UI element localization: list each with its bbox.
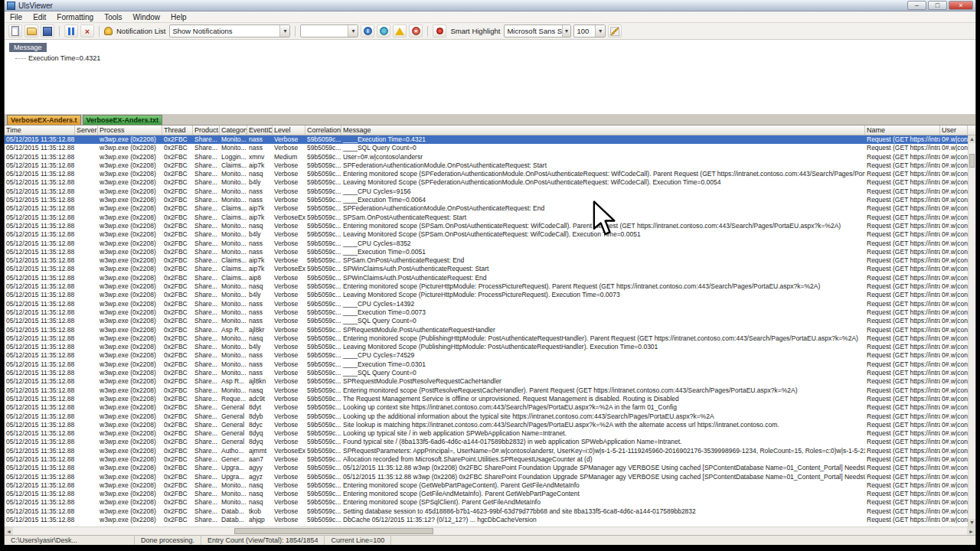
table-row[interactable]: 05/12/2015 11:35:12.88 w3wp.exe (0x2208)… [5, 308, 975, 317]
info-filter-button[interactable]: i [361, 24, 374, 37]
vertical-scroll-thumb[interactable] [969, 154, 975, 168]
table-row[interactable]: 05/12/2015 11:35:12.88 w3wp.exe (0x2208)… [5, 291, 975, 299]
table-row[interactable]: 05/12/2015 11:35:12.88 w3wp.exe (0x2208)… [5, 403, 975, 412]
table-row[interactable]: 05/12/2015 11:35:12.88 w3wp.exe (0x2208)… [5, 187, 975, 196]
horizontal-scroll-thumb[interactable] [234, 528, 433, 534]
table-row[interactable]: 05/12/2015 11:35:12.88 w3wp.exe (0x2208)… [5, 343, 975, 351]
menu-edit[interactable]: Edit [28, 11, 51, 23]
column-header-thread[interactable]: Thread [162, 126, 193, 135]
notification-bell-icon [104, 27, 113, 35]
table-row[interactable]: 05/12/2015 11:35:12.88 w3wp.exe (0x2208)… [5, 222, 975, 230]
table-row[interactable]: 05/12/2015 11:35:12.88 w3wp.exe (0x2208)… [5, 196, 975, 204]
table-row[interactable]: 05/12/2015 11:35:12.88 w3wp.exe (0x2208)… [5, 369, 975, 377]
error-filter-button[interactable]: × [409, 24, 423, 37]
scroll-right-arrow[interactable]: ► [967, 527, 975, 535]
clear-button[interactable]: × [80, 24, 94, 37]
table-row[interactable]: 05/12/2015 11:35:12.88 w3wp.exe (0x2208)… [5, 178, 975, 187]
table-row[interactable]: 05/12/2015 11:35:12.88 w3wp.exe (0x2208)… [5, 317, 975, 325]
scroll-up-arrow[interactable]: ▲ [969, 135, 975, 143]
table-row[interactable]: 05/12/2015 11:35:12.88 w3wp.exe (0x2208)… [5, 464, 975, 472]
table-row[interactable]: 05/12/2015 11:35:12.88 w3wp.exe (0x2208)… [5, 282, 975, 291]
menu-file[interactable]: File [5, 11, 28, 23]
table-row[interactable]: 05/12/2015 11:35:12.88 w3wp.exe (0x2208)… [5, 438, 975, 446]
table-row[interactable]: 05/12/2015 11:35:12.88 w3wp.exe (0x2208)… [5, 516, 975, 524]
menu-formatting[interactable]: Formatting [51, 11, 99, 23]
show-notifications-dropdown[interactable]: Show Notifications ▾ [169, 24, 290, 37]
table-row[interactable]: 05/12/2015 11:35:12.88 w3wp.exe (0x2208)… [5, 248, 975, 256]
font-dropdown[interactable]: Microsoft Sans Ser ▾ [504, 24, 571, 37]
table-row[interactable]: 05/12/2015 11:35:12.88 w3wp.exe (0x2208)… [5, 507, 975, 516]
table-row[interactable]: 05/12/2015 11:35:12.88 w3wp.exe (0x2208)… [5, 481, 975, 490]
table-row[interactable]: 05/12/2015 11:35:12.88 w3wp.exe (0x2208)… [5, 230, 975, 239]
table-row[interactable]: 05/12/2015 11:35:12.88 w3wp.exe (0x2208)… [5, 153, 975, 161]
table-row[interactable]: 05/12/2015 11:35:12.88 w3wp.exe (0x2208)… [5, 240, 975, 248]
column-header-category[interactable]: Category [220, 126, 247, 135]
table-row[interactable]: 05/12/2015 11:35:12.88 w3wp.exe (0x2208)… [5, 455, 975, 464]
file-tab-verboseex-anders-2[interactable]: VerboseEX-Anders.txt [83, 115, 163, 125]
file-tab-strip: VerboseEX-Anders.t VerboseEX-Anders.txt [5, 115, 975, 126]
scroll-down-arrow[interactable]: ▼ [969, 519, 975, 527]
table-row[interactable]: 05/12/2015 11:35:12.88 w3wp.exe (0x2208)… [5, 360, 975, 369]
column-header-eventid[interactable]: EventID [247, 126, 273, 135]
table-row[interactable]: 05/12/2015 11:35:12.88 w3wp.exe (0x2208)… [5, 498, 975, 507]
column-header-name[interactable]: Name [865, 126, 940, 135]
table-row[interactable]: 05/12/2015 11:35:12.88 w3wp.exe (0x2208)… [5, 429, 975, 438]
table-row[interactable]: 05/12/2015 11:35:12.88 w3wp.exe (0x2208)… [5, 256, 975, 265]
notification-list-label[interactable]: Notification List [115, 27, 167, 35]
table-row[interactable]: 05/12/2015 11:35:12.88 w3wp.exe (0x2208)… [5, 274, 975, 282]
column-header-time[interactable]: Time [5, 126, 75, 135]
table-row[interactable]: 05/12/2015 11:35:12.88 w3wp.exe (0x2208)… [5, 447, 975, 455]
detail-tree-root[interactable]: Message [9, 43, 47, 52]
filter-dropdown[interactable]: ▾ [300, 24, 358, 37]
cell-name: Request (GET https://intra... [865, 153, 940, 161]
table-row[interactable]: 05/12/2015 11:35:12.88 w3wp.exe (0x2208)… [5, 334, 975, 343]
table-row[interactable]: 05/12/2015 11:35:12.88 w3wp.exe (0x2208)… [5, 170, 975, 178]
table-row[interactable]: 05/12/2015 11:35:12.88 w3wp.exe (0x2208)… [5, 144, 975, 152]
column-header-server[interactable]: Server [75, 126, 98, 135]
table-row[interactable]: 05/12/2015 11:35:12.88 w3wp.exe (0x2208)… [5, 395, 975, 403]
minimize-button[interactable]: – [907, 1, 926, 10]
table-row[interactable]: 05/12/2015 11:35:12.88 w3wp.exe (0x2208)… [5, 204, 975, 213]
horizontal-scrollbar[interactable]: ◄ ► [5, 527, 975, 535]
close-button[interactable]: × [949, 1, 973, 10]
zoom-dropdown[interactable]: 100 ▾ [573, 24, 606, 37]
table-row[interactable]: 05/12/2015 11:35:12.88 w3wp.exe (0x2208)… [5, 473, 975, 481]
warning-filter-button[interactable] [393, 24, 407, 37]
table-row[interactable]: 05/12/2015 11:35:12.88 w3wp.exe (0x2208)… [5, 265, 975, 273]
table-row[interactable]: 05/12/2015 11:35:12.88 w3wp.exe (0x2208)… [5, 351, 975, 360]
detail-tree-item[interactable]: Execution Time=0.4321 [15, 54, 971, 62]
vertical-scrollbar[interactable]: ▲ ▼ [968, 135, 975, 527]
new-file-button[interactable] [8, 24, 22, 37]
cell-correlation: 59b5059c... [305, 326, 341, 334]
table-row[interactable]: 05/12/2015 11:35:12.88 w3wp.exe (0x2208)… [5, 300, 975, 308]
table-row[interactable]: 05/12/2015 11:35:12.88 w3wp.exe (0x2208)… [5, 412, 975, 421]
edit-button[interactable] [608, 24, 622, 37]
menu-help[interactable]: Help [165, 11, 192, 23]
table-row[interactable]: 05/12/2015 11:35:12.88 w3wp.exe (0x2208)… [5, 214, 975, 222]
column-header-level[interactable]: Level [273, 126, 305, 135]
table-row[interactable]: 05/12/2015 11:35:12.88 w3wp.exe (0x2208)… [5, 135, 975, 144]
smart-highlight-label[interactable]: Smart Highlight [449, 27, 501, 35]
table-row[interactable]: 05/12/2015 11:35:12.88 w3wp.exe (0x2208)… [5, 377, 975, 386]
scroll-left-arrow[interactable]: ◄ [5, 527, 13, 535]
table-row[interactable]: 05/12/2015 11:35:12.88 w3wp.exe (0x2208)… [5, 161, 975, 170]
menu-window[interactable]: Window [128, 11, 166, 23]
column-header-correlation[interactable]: Correlation [305, 126, 341, 135]
table-row[interactable]: 05/12/2015 11:35:12.88 w3wp.exe (0x2208)… [5, 386, 975, 395]
file-tab-verboseex-anders-1[interactable]: VerboseEX-Anders.t [7, 115, 81, 125]
open-file-button[interactable] [24, 24, 38, 37]
save-button[interactable] [41, 24, 54, 37]
highlight-filter-button[interactable] [377, 24, 390, 37]
maximize-button[interactable]: □ [928, 1, 947, 10]
table-row[interactable]: 05/12/2015 11:35:12.88 w3wp.exe (0x2208)… [5, 421, 975, 429]
table-row[interactable]: 05/12/2015 11:35:12.88 w3wp.exe (0x2208)… [5, 490, 975, 498]
pause-button[interactable] [64, 24, 78, 37]
cell-message: Setting database session to 45d18886-b7b… [341, 507, 865, 516]
menu-tools[interactable]: Tools [99, 11, 127, 23]
column-header-process[interactable]: Process [98, 126, 162, 135]
record-button[interactable] [433, 24, 446, 37]
column-header-message[interactable]: Message [341, 126, 865, 135]
table-row[interactable]: 05/12/2015 11:35:12.88 w3wp.exe (0x2208)… [5, 326, 975, 334]
column-header-product[interactable]: Product [193, 126, 220, 135]
column-header-user[interactable]: User [940, 126, 968, 135]
